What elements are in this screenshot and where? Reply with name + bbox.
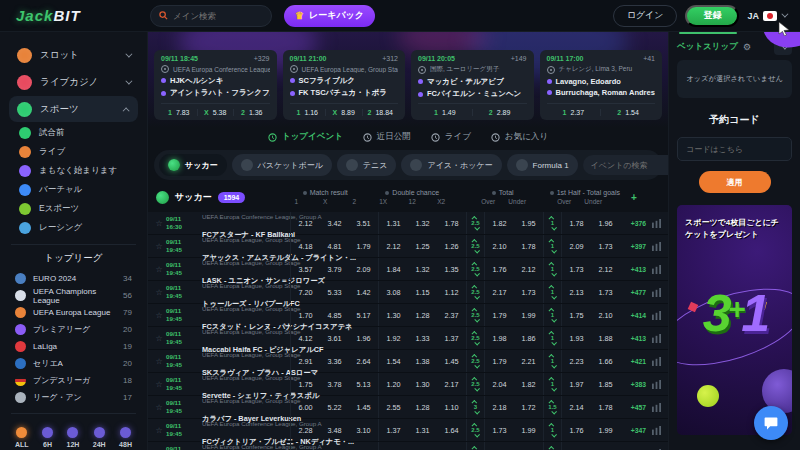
total-line-selector[interactable]: 3 [466, 396, 484, 418]
odd-fh-over[interactable]: 1.78 [562, 219, 591, 228]
league-item[interactable]: UEFA Europa League 79 [9, 304, 138, 321]
login-button[interactable]: ログイン [613, 5, 678, 27]
odd-x2[interactable]: 1.35 [437, 265, 466, 274]
odd-12[interactable]: 1.15 [408, 288, 437, 297]
sidebar-nav-item[interactable]: スポーツ [9, 96, 138, 122]
first-half-line-selector[interactable]: 1 [543, 235, 561, 257]
odd-12[interactable]: 1.25 [408, 242, 437, 251]
favorite-star-icon[interactable]: ☆ [152, 380, 166, 389]
odd-x[interactable]: 3.79 [320, 265, 349, 274]
stats-icon[interactable] [648, 265, 664, 274]
sport-pill[interactable]: サッカー [159, 154, 227, 176]
favorite-star-icon[interactable]: ☆ [152, 357, 166, 366]
sports-submenu-item[interactable]: 試合前 [9, 123, 138, 142]
odd-over[interactable]: 2.17 [485, 288, 514, 297]
first-half-line-selector[interactable]: 1 [543, 212, 561, 234]
odd-x2[interactable]: 1.45 [437, 357, 466, 366]
odd-under[interactable]: 1.86 [514, 334, 543, 343]
odd-1[interactable]: 7.20 [291, 288, 320, 297]
odd-under[interactable]: 1.95 [514, 219, 543, 228]
odd-x[interactable]: 4.81 [320, 242, 349, 251]
odd-2[interactable]: 1.96 [349, 334, 378, 343]
odd-1[interactable]: 2.91 [291, 357, 320, 366]
odd-fh-under[interactable]: 1.99 [591, 426, 620, 435]
odd-2[interactable]: 1.45 [349, 403, 378, 412]
gear-icon[interactable]: ⚙ [743, 42, 751, 52]
sport-pill[interactable]: Formula 1 [507, 154, 578, 176]
odd-under[interactable]: 2.12 [514, 265, 543, 274]
first-half-line-selector[interactable]: 1 [543, 304, 561, 326]
odd-1[interactable]: 6.00 [291, 403, 320, 412]
total-line-selector[interactable]: 2.5 [466, 281, 484, 303]
odd-1x[interactable]: 3.08 [379, 288, 408, 297]
odd-x[interactable]: 3.61 [320, 334, 349, 343]
odd-fh-over[interactable]: 1.75 [562, 311, 591, 320]
sports-submenu-item[interactable]: まもなく始まります [9, 161, 138, 180]
odd-home[interactable]: 11.49 [418, 109, 472, 116]
odd-1[interactable]: 3.57 [291, 265, 320, 274]
odd-away[interactable]: 218.84 [362, 109, 399, 116]
odd-2[interactable]: 3.51 [349, 219, 378, 228]
total-line-selector[interactable]: 2.5 [466, 212, 484, 234]
odd-fh-under[interactable]: 1.73 [591, 288, 620, 297]
time-filter-button[interactable]: ALL [15, 427, 29, 448]
odd-fh-over[interactable]: 1.97 [562, 380, 591, 389]
odd-x[interactable]: 3.78 [320, 380, 349, 389]
odd-over[interactable]: 1.73 [485, 426, 514, 435]
odd-over[interactable]: 1.79 [485, 357, 514, 366]
more-markets-count[interactable]: +383 [620, 381, 648, 388]
sports-submenu-item[interactable]: バーチャル [9, 180, 138, 199]
favorite-star-icon[interactable]: ☆ [152, 311, 166, 320]
odd-under[interactable]: 1.99 [514, 311, 543, 320]
odd-under[interactable]: 1.73 [514, 288, 543, 297]
time-filter-button[interactable]: 48H [119, 427, 132, 448]
main-search-input[interactable] [173, 11, 263, 21]
league-item[interactable]: ブンデスリーガ 18 [9, 372, 138, 389]
apply-code-button[interactable]: 適用 [699, 171, 771, 193]
stats-icon[interactable] [648, 426, 664, 435]
odd-under[interactable]: 1.78 [514, 242, 543, 251]
favorite-star-icon[interactable]: ☆ [152, 242, 166, 251]
odd-under[interactable]: 2.21 [514, 357, 543, 366]
featured-event-card[interactable]: 09/11 21:00 +312 UEFA Europa League, Gro… [283, 50, 406, 120]
odd-draw[interactable]: X5.38 [197, 109, 234, 116]
odd-x2[interactable]: 1.26 [437, 242, 466, 251]
stats-icon[interactable] [648, 288, 664, 297]
league-item[interactable]: リーグ・アン 17 [9, 389, 138, 406]
odd-fh-under[interactable]: 1.85 [591, 380, 620, 389]
main-search[interactable] [150, 5, 272, 27]
time-filter-button[interactable]: 24H [93, 427, 106, 448]
stats-icon[interactable] [648, 219, 664, 228]
odd-2[interactable]: 2.64 [349, 357, 378, 366]
odd-under[interactable]: 1.99 [514, 426, 543, 435]
odd-away[interactable]: 21.54 [600, 109, 655, 116]
odd-12[interactable]: 1.33 [408, 334, 437, 343]
odd-12[interactable]: 1.31 [408, 426, 437, 435]
odd-fh-under[interactable]: 1.78 [591, 403, 620, 412]
more-markets-count[interactable]: +477 [620, 289, 648, 296]
odd-12[interactable]: 1.32 [408, 265, 437, 274]
language-selector[interactable]: JA [747, 11, 786, 21]
odd-1[interactable]: 1.70 [291, 311, 320, 320]
odd-x[interactable]: 3.36 [320, 357, 349, 366]
odd-away[interactable]: 21.36 [233, 109, 270, 116]
sports-submenu-item[interactable]: ライブ [9, 142, 138, 161]
stats-icon[interactable] [648, 334, 664, 343]
first-half-line-selector[interactable]: 1 [543, 373, 561, 395]
odd-fh-over[interactable]: 1.93 [562, 334, 591, 343]
odd-x2[interactable]: 1.64 [437, 426, 466, 435]
odd-fh-over[interactable]: 1.73 [562, 265, 591, 274]
sports-submenu-item[interactable]: レーシング [9, 218, 138, 237]
stats-icon[interactable] [648, 380, 664, 389]
odd-over[interactable]: 1.98 [485, 334, 514, 343]
stats-icon[interactable] [648, 242, 664, 251]
odd-away[interactable]: 22.89 [472, 109, 527, 116]
add-market-button[interactable]: + [620, 192, 648, 203]
league-item[interactable]: UEFA Champions League 56 [9, 287, 138, 304]
betslip-tab[interactable]: ベットスリップ [677, 41, 738, 53]
first-half-line-selector[interactable]: 1 [543, 258, 561, 280]
odd-1[interactable]: 1.75 [291, 380, 320, 389]
odd-x2[interactable]: 2.17 [437, 380, 466, 389]
odd-1x[interactable]: 1.54 [379, 357, 408, 366]
rakeback-button[interactable]: ♛ レーキバック [284, 5, 375, 27]
